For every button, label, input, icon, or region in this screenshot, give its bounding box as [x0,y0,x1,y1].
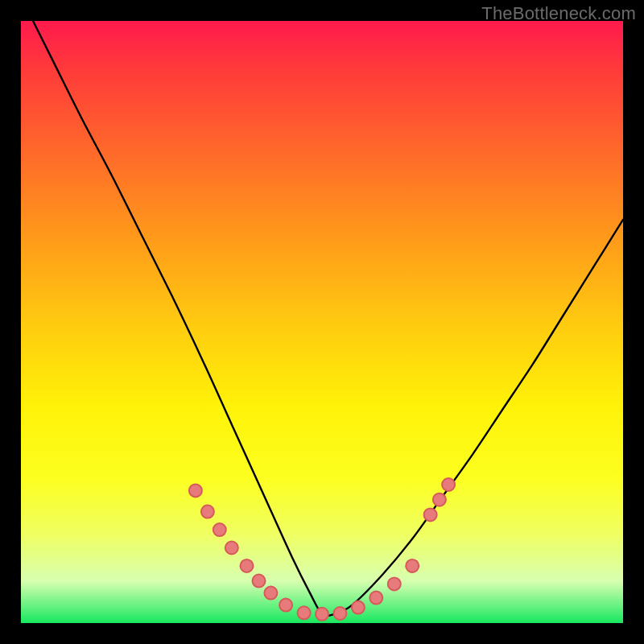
data-markers [189,478,455,621]
data-point [442,478,455,491]
chart-svg [21,21,623,623]
data-point [264,587,277,600]
data-point [352,601,365,614]
data-point [241,559,254,572]
data-point [388,577,401,590]
data-point [406,559,419,572]
data-point [201,506,214,518]
data-point [213,523,226,536]
data-point [189,484,202,497]
bottleneck-curve [33,21,623,616]
data-point [225,542,238,555]
data-point [424,508,437,521]
data-point [369,592,382,605]
data-point [253,575,266,588]
data-point [316,608,328,621]
chart-frame [21,21,623,623]
data-point [279,599,292,612]
data-point [298,606,311,619]
data-point [433,493,446,506]
data-point [333,607,346,620]
